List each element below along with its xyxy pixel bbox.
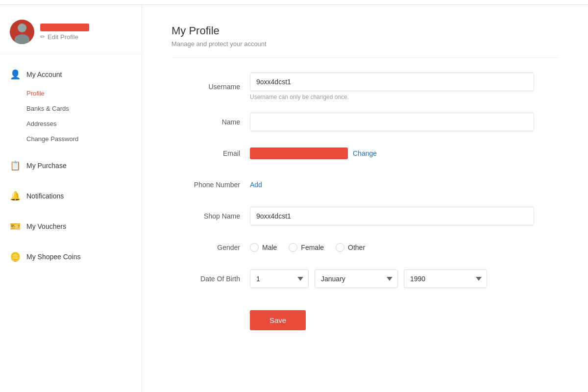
sidebar-item-label-my-vouchers: My Vouchers (26, 222, 66, 230)
radio-female[interactable] (289, 243, 297, 252)
account-icon: 👤 (10, 69, 21, 80)
name-field-container (250, 113, 534, 131)
phone-label: Phone Number (172, 181, 250, 189)
gender-label: Gender (172, 244, 250, 251)
dob-day-select[interactable]: 1 2345 6789 10111213 14151617 18192021 2… (250, 270, 309, 288)
sidebar-item-label-notifications: Notifications (26, 192, 64, 200)
username-label: Username (172, 83, 250, 91)
email-field-container: Change (250, 147, 534, 159)
edit-profile-label: Edit Profile (48, 33, 78, 41)
radio-male[interactable] (250, 243, 259, 252)
shop-name-label: Shop Name (172, 212, 250, 220)
gender-row: Gender Male Female Other (172, 238, 559, 257)
name-row: Name (172, 112, 559, 132)
dob-month-select[interactable]: JanuaryFebruaryMarch AprilMayJune JulyAu… (315, 270, 398, 288)
sidebar-item-profile[interactable]: Profile (26, 86, 142, 101)
username-hint: Username can only be changed once. (250, 94, 534, 100)
email-row: Email Change (172, 144, 559, 163)
name-input[interactable] (250, 113, 534, 131)
dob-label: Date Of Birth (172, 275, 250, 283)
dob-field-container: 1 2345 6789 10111213 14151617 18192021 2… (250, 270, 534, 288)
sidebar-item-label-my-shopee-coins: My Shopee Coins (26, 253, 81, 261)
edit-profile-link[interactable]: ✏ Edit Profile (40, 33, 89, 41)
gender-label-female: Female (301, 244, 324, 251)
page-subtitle: Manage and protect your account (172, 40, 559, 58)
phone-field-container: Add (250, 181, 534, 189)
shop-name-row: Shop Name (172, 206, 559, 226)
avatar (10, 20, 34, 44)
nav-section-notifications: 🔔 Notifications (0, 181, 142, 211)
sidebar-item-label-my-account: My Account (26, 71, 62, 78)
sidebar-item-my-purchase[interactable]: 📋 My Purchase (0, 154, 142, 177)
email-change-link[interactable]: Change (353, 149, 377, 157)
purchase-icon: 📋 (10, 160, 21, 171)
my-account-sub-items: Profile Banks & Cards Addresses Change P… (0, 86, 142, 147)
username-row: Username Username can only be changed on… (172, 73, 559, 100)
dob-year-select[interactable]: 199019911992 198519802000 (404, 270, 487, 288)
user-info: ✏ Edit Profile (40, 24, 89, 41)
gender-label-other: Other (348, 244, 365, 251)
username-display (40, 24, 89, 31)
sidebar-item-notifications[interactable]: 🔔 Notifications (0, 185, 142, 207)
name-label: Name (172, 118, 250, 126)
sidebar-item-my-account[interactable]: 👤 My Account (0, 63, 142, 86)
gender-field-container: Male Female Other (250, 243, 534, 252)
voucher-icon: 🎫 (10, 221, 21, 232)
save-button[interactable]: Save (250, 310, 306, 330)
phone-add-link[interactable]: Add (250, 181, 262, 189)
sidebar-item-banks-cards[interactable]: Banks & Cards (26, 101, 142, 116)
phone-row: Phone Number Add (172, 175, 559, 195)
dob-selects: 1 2345 6789 10111213 14151617 18192021 2… (250, 270, 534, 288)
sidebar-item-my-vouchers[interactable]: 🎫 My Vouchers (0, 215, 142, 238)
sidebar-item-addresses[interactable]: Addresses (26, 116, 142, 131)
gender-option-female[interactable]: Female (289, 243, 324, 252)
shop-name-input[interactable] (250, 207, 534, 225)
shop-name-field-container (250, 207, 534, 225)
email-display-row: Change (250, 147, 534, 159)
notification-icon: 🔔 (10, 191, 21, 201)
gender-option-other[interactable]: Other (336, 243, 365, 252)
main-content: My Profile Manage and protect your accou… (142, 5, 588, 392)
page-title: My Profile (172, 24, 559, 37)
sidebar-item-change-password[interactable]: Change Password (26, 131, 142, 147)
coins-icon: 🪙 (10, 251, 21, 262)
gender-label-male: Male (262, 244, 277, 251)
sidebar: ✏ Edit Profile 👤 My Account Profile Bank… (0, 5, 142, 392)
gender-options: Male Female Other (250, 243, 534, 252)
nav-section-account: 👤 My Account Profile Banks & Cards Addre… (0, 59, 142, 150)
nav-section-coins: 🪙 My Shopee Coins (0, 242, 142, 272)
radio-other[interactable] (336, 243, 344, 252)
nav-section-vouchers: 🎫 My Vouchers (0, 211, 142, 242)
email-label: Email (172, 149, 250, 157)
sidebar-item-my-shopee-coins[interactable]: 🪙 My Shopee Coins (0, 245, 142, 268)
dob-row: Date Of Birth 1 2345 6789 10111213 14151… (172, 269, 559, 289)
username-input[interactable] (250, 73, 534, 91)
email-redacted (250, 147, 348, 159)
sidebar-user-section: ✏ Edit Profile (0, 15, 142, 54)
pencil-icon: ✏ (40, 33, 45, 40)
nav-section-purchase: 📋 My Purchase (0, 150, 142, 181)
gender-option-male[interactable]: Male (250, 243, 277, 252)
sidebar-item-label-my-purchase: My Purchase (26, 162, 67, 170)
username-field-container: Username can only be changed once. (250, 73, 534, 100)
